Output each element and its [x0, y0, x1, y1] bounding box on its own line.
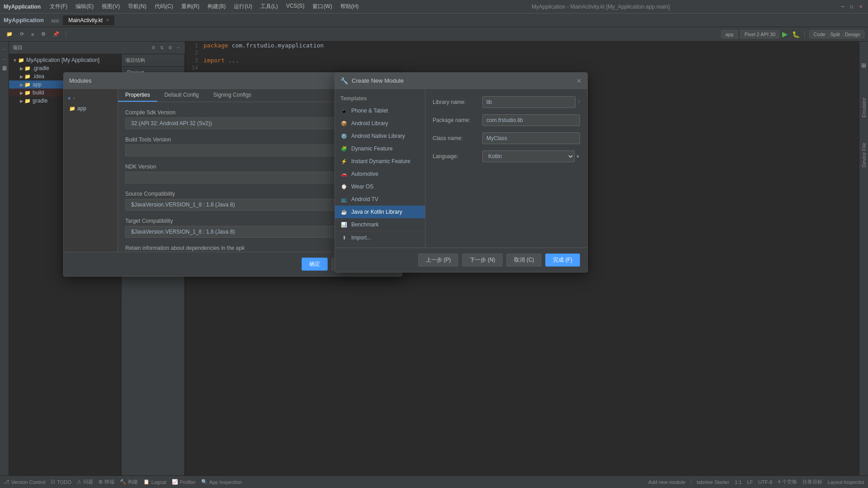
create-dialog-body: Templates 📱 Phone & Tablet 📦 Android Lib…: [335, 89, 587, 248]
prev-button[interactable]: 上一步 (P): [418, 253, 458, 267]
lf-status: LF: [747, 479, 753, 485]
create-dialog-close-button[interactable]: ✕: [576, 77, 582, 84]
back-icon[interactable]: ←: [1, 45, 8, 52]
settings-btn[interactable]: ⚙: [38, 30, 48, 38]
project-tab[interactable]: app: [51, 18, 59, 23]
create-dialog-header: 🔧 Create New Module ✕: [335, 73, 587, 89]
finish-button[interactable]: 完成 (F): [545, 253, 580, 267]
project-view-btn[interactable]: 📁: [4, 30, 15, 38]
tabbar: MyApplication app MainActivity.kt ×: [0, 14, 868, 27]
maximize-button[interactable]: □: [848, 3, 855, 10]
terminal-btn[interactable]: ⊞ 终端: [99, 479, 114, 485]
template-android-tv[interactable]: 📺 Android TV: [335, 193, 425, 206]
library-name-help-icon[interactable]: ?: [577, 99, 580, 105]
profiler-btn[interactable]: 📈 Profiler: [172, 479, 196, 485]
template-phone-tablet[interactable]: 📱 Phone & Tablet: [335, 104, 425, 117]
menu-view[interactable]: 视图(V): [98, 2, 123, 11]
close-button[interactable]: ✕: [857, 3, 864, 10]
pin-btn[interactable]: 📌: [50, 30, 62, 38]
menu-bar: 文件(F) 编辑(E) 视图(V) 导航(N) 代码(C) 重构(R) 构建(B…: [46, 2, 362, 11]
task-target-status[interactable]: 任务目标: [802, 479, 822, 485]
menu-vcs[interactable]: VCS(S): [283, 2, 308, 11]
library-name-label: Library name:: [433, 99, 482, 105]
menu-window[interactable]: 窗口(W): [309, 2, 335, 11]
signing-configs-tab[interactable]: Signing Configs: [206, 89, 259, 102]
create-dialog-footer: 上一步 (P) 下一步 (N) 取消 (C) 完成 (F): [335, 248, 587, 272]
template-wear-os[interactable]: ⌚ Wear OS: [335, 180, 425, 193]
window-controls: ─ □ ✕: [839, 3, 864, 10]
templates-header: Templates: [335, 93, 425, 104]
create-cancel-button[interactable]: 取消 (C): [506, 253, 542, 267]
remove-module-btn[interactable]: -: [73, 94, 75, 102]
app-inspection-btn[interactable]: 🔍 App Inspection: [201, 479, 242, 485]
import-item[interactable]: ⬆ Import...: [335, 231, 425, 244]
default-config-tab[interactable]: Default Config: [157, 89, 206, 102]
package-name-input[interactable]: [482, 114, 580, 126]
design-view-btn[interactable]: Design: [845, 32, 860, 37]
panel-settings-icon[interactable]: ⚙: [167, 45, 174, 51]
native-library-icon: ⚙️: [340, 132, 348, 140]
menu-navigate[interactable]: 导航(N): [124, 2, 150, 11]
editor-tab-mainactivity[interactable]: MainActivity.kt ×: [63, 15, 114, 25]
class-name-row: Class name:: [433, 132, 580, 144]
java-kotlin-icon: ☕: [340, 208, 348, 216]
template-native-library[interactable]: ⚙️ Android Native Library: [335, 130, 425, 142]
menu-build[interactable]: 构建(B): [204, 2, 229, 11]
package-name-label: Package name:: [433, 117, 482, 123]
template-automotive[interactable]: 🚗 Automotive: [335, 168, 425, 180]
debug-button[interactable]: 🐛: [792, 31, 800, 38]
forward-icon[interactable]: →: [1, 55, 8, 62]
template-benchmark[interactable]: 📊 Benchmark: [335, 218, 425, 231]
panel-sort-icon[interactable]: ⇅: [159, 45, 165, 51]
problems-btn[interactable]: ⚠ 问题: [77, 479, 93, 485]
run-button[interactable]: ▶: [782, 30, 788, 38]
menu-run[interactable]: 运行(U): [230, 2, 256, 11]
logcat-btn[interactable]: 📋 Logcat: [143, 479, 166, 485]
confirm-button[interactable]: 确定: [302, 258, 328, 271]
tree-root[interactable]: ▼ 📁 MyApplication [My Application]: [9, 56, 121, 64]
template-java-kotlin[interactable]: ☕ Java or Kotlin Library: [335, 206, 425, 218]
panel-gear-icon[interactable]: ⚙: [150, 45, 157, 51]
module-item-app[interactable]: 📁 app: [64, 103, 118, 113]
version-control-btn[interactable]: ⎇ Version Control: [4, 479, 45, 485]
add-module-btn[interactable]: +: [67, 94, 71, 102]
build-btn[interactable]: 🔨 构建: [120, 479, 138, 485]
menu-file[interactable]: 文件(F): [46, 2, 71, 11]
encoding-status[interactable]: UTF-8: [758, 479, 772, 485]
project-panel-header: 项目 ⚙ ⇅ ⚙ ─: [9, 42, 185, 54]
template-instant-dynamic[interactable]: ⚡ Instant Dynamic Feature: [335, 155, 425, 168]
properties-tab[interactable]: Properties: [118, 89, 157, 102]
menu-code[interactable]: 代码(C): [151, 2, 177, 11]
minimize-button[interactable]: ─: [839, 3, 846, 10]
structure-btn[interactable]: ≡: [28, 31, 37, 38]
right-panel-label2[interactable]: Emulator: [861, 94, 867, 121]
template-dynamic-feature[interactable]: 🧩 Dynamic Feature: [335, 142, 425, 155]
run-config-select[interactable]: app: [721, 30, 737, 38]
template-android-library[interactable]: 📦 Android Library: [335, 117, 425, 130]
class-name-input[interactable]: [482, 132, 580, 144]
idea-label: .idea: [33, 73, 44, 80]
benchmark-icon: 📊: [340, 221, 348, 228]
toolbar-separator: [66, 31, 66, 38]
right-panel-label[interactable]: 构建: [860, 69, 867, 76]
device-select[interactable]: Pixel 2 API 30: [741, 30, 780, 38]
tree-item-gradle[interactable]: ▶ 📁 .gradle: [9, 64, 121, 72]
sync-btn[interactable]: ⟳: [17, 30, 27, 38]
language-label: Language:: [433, 153, 482, 160]
panel-minimize-icon[interactable]: ─: [175, 45, 181, 51]
tabnine-status[interactable]: tabnine Starter: [697, 479, 729, 485]
menu-help[interactable]: 帮助(H): [337, 2, 363, 11]
app-label: app: [33, 81, 42, 88]
code-view-btn[interactable]: Code: [813, 32, 825, 37]
tab-close-icon[interactable]: ×: [106, 18, 109, 23]
language-select[interactable]: Kotlin Java: [482, 150, 575, 162]
menu-refactor[interactable]: 重构(R): [178, 2, 203, 11]
right-panel-label3[interactable]: Device File: [861, 139, 867, 171]
todo-btn[interactable]: ☑ TODO: [51, 479, 71, 485]
split-view-btn[interactable]: Split: [830, 32, 840, 37]
layout-inspector-status[interactable]: Layout Inspector: [828, 479, 864, 485]
library-name-input[interactable]: [482, 96, 576, 108]
next-button[interactable]: 下一步 (N): [462, 253, 503, 267]
menu-tools[interactable]: 工具(L): [257, 2, 282, 11]
menu-edit[interactable]: 编辑(E): [72, 2, 97, 11]
